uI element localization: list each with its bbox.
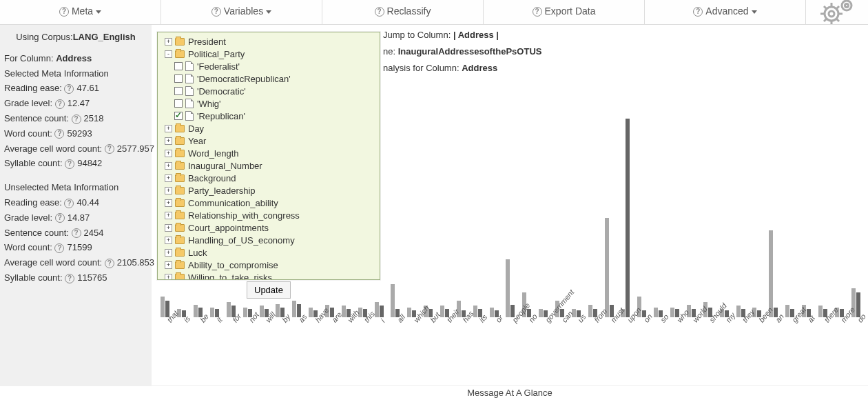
bar-series-a <box>210 308 214 317</box>
folder-icon <box>175 38 185 46</box>
help-icon[interactable]: ? <box>64 199 74 208</box>
folder-icon <box>175 125 185 132</box>
expander-icon[interactable]: + <box>165 237 172 244</box>
selected-header: Selected Meta Information <box>4 67 147 81</box>
tree-leaf[interactable]: 'Democratic' <box>159 85 378 97</box>
main-toolbar: ?Meta ?Variables ?Reclassify ?Export Dat… <box>0 0 868 25</box>
expander-icon[interactable]: + <box>165 162 172 170</box>
help-icon[interactable]: ? <box>105 144 114 154</box>
chart-header: Jump to Column: | Address | ne: Inaugura… <box>383 28 541 77</box>
help-icon[interactable]: ? <box>54 129 64 139</box>
expander-icon[interactable]: + <box>165 38 172 46</box>
expander-icon[interactable]: + <box>165 187 172 194</box>
jump-to-column[interactable]: Jump to Column: | Address | <box>383 28 541 43</box>
folder-icon <box>175 261 185 269</box>
stat-syllable-count: Syllable count: ?94842 <box>4 157 147 171</box>
tree-label: Political_Party <box>188 49 245 59</box>
expander-icon[interactable]: + <box>165 212 172 219</box>
tree-folder[interactable]: +Handling_of_US_economy <box>159 234 378 246</box>
checkbox[interactable] <box>174 87 183 95</box>
tree-leaf[interactable]: 'Republican' <box>159 110 378 122</box>
help-icon[interactable]: ? <box>65 159 74 169</box>
help-icon[interactable]: ? <box>55 99 65 109</box>
x-axis-label: will <box>256 317 272 359</box>
x-axis-label: this <box>354 317 371 359</box>
expander-icon[interactable]: + <box>165 199 172 207</box>
reclassify-button[interactable]: ?Reclassify <box>322 0 484 24</box>
tree-folder[interactable]: +Willing_to_take_risks <box>159 271 378 280</box>
expander-icon[interactable]: + <box>165 224 172 232</box>
folder-icon <box>175 50 185 58</box>
expander-icon[interactable]: + <box>165 174 172 182</box>
expander-icon[interactable]: + <box>165 261 172 269</box>
tree-label: Relationship_with_congress <box>188 210 300 221</box>
help-icon[interactable]: ? <box>72 228 81 238</box>
tree-folder[interactable]: +Party_leadership <box>159 184 378 197</box>
folder-icon <box>175 174 185 182</box>
tree-folder[interactable]: +Court_appointments <box>159 221 378 234</box>
advanced-menu[interactable]: ?Advanced <box>645 0 806 24</box>
tree-label: Background <box>188 173 236 183</box>
tree-folder[interactable]: +Word_length <box>159 147 378 159</box>
expander-icon[interactable]: + <box>165 125 172 132</box>
expander-icon[interactable]: + <box>165 150 172 157</box>
expander-icon[interactable]: + <box>165 137 172 145</box>
checkbox[interactable] <box>174 112 183 120</box>
tree-leaf[interactable]: 'Federalist' <box>159 60 378 72</box>
help-icon[interactable]: ? <box>55 213 65 223</box>
tree-folder[interactable]: -Political_Party <box>159 48 378 60</box>
expander-icon[interactable]: + <box>165 274 172 281</box>
meta-menu[interactable]: ?Meta <box>0 0 161 24</box>
tree-leaf[interactable]: 'Whig' <box>159 97 378 110</box>
expander-icon[interactable]: + <box>165 249 172 257</box>
x-axis-label: they <box>732 317 749 359</box>
variables-dropdown-panel[interactable]: +President-Political_Party'Federalist''D… <box>157 32 380 280</box>
bar-pair <box>601 218 617 317</box>
tree-folder[interactable]: +Year <box>159 134 378 147</box>
help-icon: ? <box>693 7 703 17</box>
tree-leaf[interactable]: 'DemocraticRepublican' <box>159 72 378 85</box>
svg-point-10 <box>842 1 851 10</box>
update-button[interactable]: Update <box>247 281 291 299</box>
folder-icon <box>175 187 185 194</box>
tree-folder[interactable]: +Inaugural_Number <box>159 159 378 172</box>
tree-folder[interactable]: +Luck <box>159 246 378 259</box>
expander-icon[interactable]: - <box>165 50 172 58</box>
help-icon[interactable]: ? <box>105 259 114 268</box>
help-icon[interactable]: ? <box>64 84 74 94</box>
bar-series-a <box>539 309 543 317</box>
chevron-down-icon <box>96 10 101 14</box>
tree-folder[interactable]: +Background <box>159 172 378 184</box>
x-axis-label: has <box>453 317 469 359</box>
svg-point-11 <box>845 3 849 7</box>
tree-folder[interactable]: +Communication_ability <box>159 197 378 209</box>
x-axis-label: all <box>387 317 404 359</box>
help-icon[interactable]: ? <box>65 274 74 283</box>
x-axis-label: their <box>437 317 453 359</box>
checkbox[interactable] <box>174 74 183 83</box>
checkbox[interactable] <box>174 99 183 108</box>
svg-line-7 <box>836 19 839 21</box>
tree-folder[interactable]: +Ability_to_compromise <box>159 259 378 271</box>
tree-folder[interactable]: +Relationship_with_congress <box>159 209 378 221</box>
x-axis-label: with <box>338 317 354 359</box>
help-icon[interactable]: ? <box>54 243 64 253</box>
stat-word-count-u: Word count: ?71599 <box>4 241 147 255</box>
tree-folder[interactable]: +President <box>159 35 378 48</box>
variables-tree[interactable]: +President-Political_Party'Federalist''D… <box>158 32 380 280</box>
variables-menu[interactable]: ?Variables <box>161 0 322 24</box>
footer-message: Message At A Glance <box>152 385 868 400</box>
export-data-button[interactable]: ?Export Data <box>484 0 645 24</box>
tree-folder[interactable]: +Day <box>159 122 378 134</box>
bar-series-b <box>380 306 384 317</box>
gear-icon <box>816 0 858 24</box>
folder-icon <box>175 162 185 170</box>
x-axis-label: i <box>371 317 387 359</box>
checkbox[interactable] <box>174 62 183 70</box>
x-axis-label: my <box>716 317 732 359</box>
settings-button[interactable] <box>806 0 868 24</box>
bar-series-a <box>605 218 609 317</box>
help-icon[interactable]: ? <box>72 114 81 124</box>
x-axis-label: by <box>272 317 289 359</box>
x-axis-label: are <box>322 317 338 359</box>
